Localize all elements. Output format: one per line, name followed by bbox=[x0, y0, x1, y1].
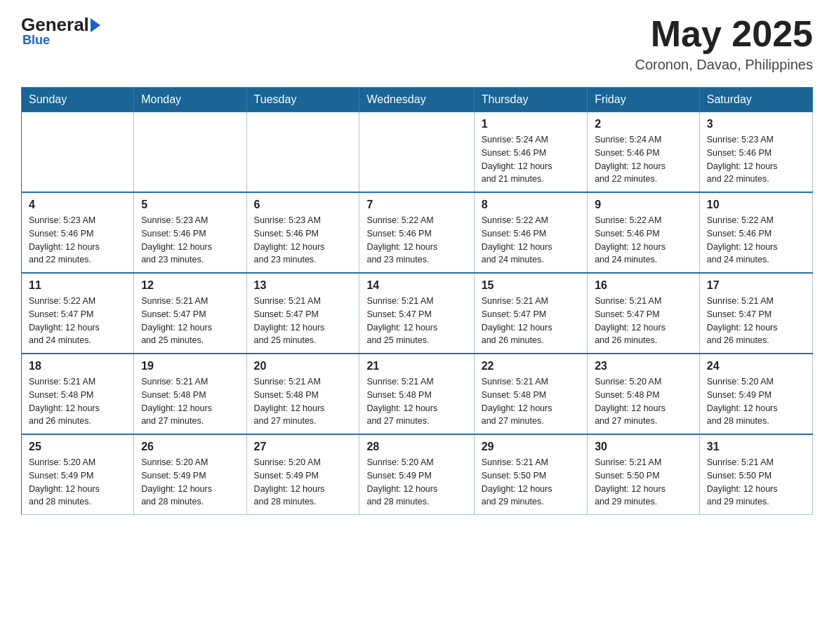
day-number: 1 bbox=[482, 118, 580, 130]
logo: General Blue bbox=[21, 14, 100, 48]
calendar-cell: 9Sunrise: 5:22 AMSunset: 5:46 PMDaylight… bbox=[588, 192, 700, 273]
day-info: Sunrise: 5:21 AMSunset: 5:50 PMDaylight:… bbox=[707, 456, 805, 509]
calendar-week-1: 1Sunrise: 5:24 AMSunset: 5:46 PMDaylight… bbox=[22, 112, 813, 193]
day-number: 24 bbox=[707, 360, 805, 373]
header-tuesday: Tuesday bbox=[246, 88, 359, 112]
day-info: Sunrise: 5:20 AMSunset: 5:49 PMDaylight:… bbox=[707, 375, 805, 428]
calendar-week-5: 25Sunrise: 5:20 AMSunset: 5:49 PMDayligh… bbox=[22, 434, 813, 515]
day-number: 3 bbox=[707, 118, 805, 130]
day-number: 22 bbox=[482, 360, 580, 373]
calendar-cell: 18Sunrise: 5:21 AMSunset: 5:48 PMDayligh… bbox=[22, 354, 134, 434]
day-number: 30 bbox=[595, 441, 692, 453]
logo-arrow-icon bbox=[91, 18, 100, 32]
calendar-cell bbox=[246, 112, 359, 193]
day-info: Sunrise: 5:20 AMSunset: 5:49 PMDaylight:… bbox=[254, 456, 352, 509]
day-info: Sunrise: 5:21 AMSunset: 5:47 PMDaylight:… bbox=[366, 295, 466, 347]
day-number: 10 bbox=[707, 199, 805, 211]
day-number: 13 bbox=[254, 279, 352, 292]
day-info: Sunrise: 5:21 AMSunset: 5:48 PMDaylight:… bbox=[254, 375, 352, 428]
day-number: 4 bbox=[29, 199, 126, 211]
day-number: 28 bbox=[366, 441, 466, 453]
day-info: Sunrise: 5:21 AMSunset: 5:47 PMDaylight:… bbox=[595, 295, 692, 347]
calendar-cell: 20Sunrise: 5:21 AMSunset: 5:48 PMDayligh… bbox=[246, 354, 359, 434]
day-number: 7 bbox=[366, 199, 466, 211]
day-number: 21 bbox=[366, 360, 466, 373]
calendar-cell: 28Sunrise: 5:20 AMSunset: 5:49 PMDayligh… bbox=[359, 434, 474, 515]
calendar-cell: 17Sunrise: 5:21 AMSunset: 5:47 PMDayligh… bbox=[699, 273, 812, 354]
calendar-cell: 2Sunrise: 5:24 AMSunset: 5:46 PMDaylight… bbox=[588, 112, 700, 193]
calendar-cell: 27Sunrise: 5:20 AMSunset: 5:49 PMDayligh… bbox=[246, 434, 359, 515]
calendar-cell: 30Sunrise: 5:21 AMSunset: 5:50 PMDayligh… bbox=[588, 434, 700, 515]
calendar-cell: 5Sunrise: 5:23 AMSunset: 5:46 PMDaylight… bbox=[134, 192, 246, 273]
day-info: Sunrise: 5:20 AMSunset: 5:49 PMDaylight:… bbox=[366, 456, 466, 509]
day-info: Sunrise: 5:22 AMSunset: 5:47 PMDaylight:… bbox=[29, 295, 126, 347]
day-number: 12 bbox=[141, 279, 239, 292]
day-info: Sunrise: 5:22 AMSunset: 5:46 PMDaylight:… bbox=[366, 214, 466, 267]
calendar-cell: 4Sunrise: 5:23 AMSunset: 5:46 PMDaylight… bbox=[22, 192, 134, 273]
day-info: Sunrise: 5:21 AMSunset: 5:47 PMDaylight:… bbox=[707, 295, 805, 347]
day-number: 8 bbox=[482, 199, 580, 211]
calendar-cell: 12Sunrise: 5:21 AMSunset: 5:47 PMDayligh… bbox=[134, 273, 246, 354]
calendar-cell: 29Sunrise: 5:21 AMSunset: 5:50 PMDayligh… bbox=[474, 434, 587, 515]
day-info: Sunrise: 5:21 AMSunset: 5:48 PMDaylight:… bbox=[482, 375, 580, 428]
day-number: 5 bbox=[141, 199, 239, 211]
day-number: 27 bbox=[254, 441, 352, 453]
calendar-week-2: 4Sunrise: 5:23 AMSunset: 5:46 PMDaylight… bbox=[22, 192, 813, 273]
day-info: Sunrise: 5:22 AMSunset: 5:46 PMDaylight:… bbox=[482, 214, 580, 267]
header-wednesday: Wednesday bbox=[359, 88, 474, 112]
calendar-cell: 7Sunrise: 5:22 AMSunset: 5:46 PMDaylight… bbox=[359, 192, 474, 273]
calendar-cell: 14Sunrise: 5:21 AMSunset: 5:47 PMDayligh… bbox=[359, 273, 474, 354]
calendar-week-3: 11Sunrise: 5:22 AMSunset: 5:47 PMDayligh… bbox=[22, 273, 813, 354]
day-number: 19 bbox=[141, 360, 239, 373]
header-sunday: Sunday bbox=[22, 88, 134, 112]
day-info: Sunrise: 5:21 AMSunset: 5:47 PMDaylight:… bbox=[254, 295, 352, 347]
day-number: 6 bbox=[254, 199, 352, 211]
calendar-cell: 11Sunrise: 5:22 AMSunset: 5:47 PMDayligh… bbox=[22, 273, 134, 354]
header-monday: Monday bbox=[134, 88, 246, 112]
day-info: Sunrise: 5:20 AMSunset: 5:49 PMDaylight:… bbox=[141, 456, 239, 509]
day-info: Sunrise: 5:21 AMSunset: 5:48 PMDaylight:… bbox=[366, 375, 466, 428]
calendar-cell: 25Sunrise: 5:20 AMSunset: 5:49 PMDayligh… bbox=[22, 434, 134, 515]
calendar-cell bbox=[22, 112, 134, 193]
day-info: Sunrise: 5:23 AMSunset: 5:46 PMDaylight:… bbox=[707, 133, 805, 186]
day-info: Sunrise: 5:23 AMSunset: 5:46 PMDaylight:… bbox=[254, 214, 352, 267]
day-number: 16 bbox=[595, 279, 692, 292]
calendar-table: Sunday Monday Tuesday Wednesday Thursday… bbox=[21, 87, 813, 515]
day-number: 2 bbox=[595, 118, 692, 130]
day-number: 11 bbox=[29, 279, 126, 292]
day-number: 29 bbox=[482, 441, 580, 453]
day-number: 18 bbox=[29, 360, 126, 373]
day-info: Sunrise: 5:20 AMSunset: 5:49 PMDaylight:… bbox=[29, 456, 126, 509]
calendar-cell bbox=[359, 112, 474, 193]
day-number: 23 bbox=[595, 360, 692, 373]
day-info: Sunrise: 5:21 AMSunset: 5:48 PMDaylight:… bbox=[29, 375, 126, 428]
calendar-cell: 22Sunrise: 5:21 AMSunset: 5:48 PMDayligh… bbox=[474, 354, 587, 434]
calendar-cell: 21Sunrise: 5:21 AMSunset: 5:48 PMDayligh… bbox=[359, 354, 474, 434]
calendar-cell: 3Sunrise: 5:23 AMSunset: 5:46 PMDaylight… bbox=[699, 112, 812, 193]
calendar-title: May 2025 bbox=[635, 14, 814, 54]
day-info: Sunrise: 5:24 AMSunset: 5:46 PMDaylight:… bbox=[482, 133, 580, 186]
calendar-cell: 16Sunrise: 5:21 AMSunset: 5:47 PMDayligh… bbox=[588, 273, 700, 354]
header-friday: Friday bbox=[588, 88, 700, 112]
calendar-header-row: Sunday Monday Tuesday Wednesday Thursday… bbox=[22, 88, 813, 112]
day-info: Sunrise: 5:21 AMSunset: 5:50 PMDaylight:… bbox=[595, 456, 692, 509]
calendar-cell: 26Sunrise: 5:20 AMSunset: 5:49 PMDayligh… bbox=[134, 434, 246, 515]
day-info: Sunrise: 5:21 AMSunset: 5:48 PMDaylight:… bbox=[141, 375, 239, 428]
day-info: Sunrise: 5:23 AMSunset: 5:46 PMDaylight:… bbox=[141, 214, 239, 267]
day-number: 20 bbox=[254, 360, 352, 373]
calendar-cell: 6Sunrise: 5:23 AMSunset: 5:46 PMDaylight… bbox=[246, 192, 359, 273]
calendar-cell: 19Sunrise: 5:21 AMSunset: 5:48 PMDayligh… bbox=[134, 354, 246, 434]
calendar-cell: 31Sunrise: 5:21 AMSunset: 5:50 PMDayligh… bbox=[699, 434, 812, 515]
day-number: 15 bbox=[482, 279, 580, 292]
day-number: 26 bbox=[141, 441, 239, 453]
calendar-cell: 13Sunrise: 5:21 AMSunset: 5:47 PMDayligh… bbox=[246, 273, 359, 354]
calendar-subtitle: Coronon, Davao, Philippines bbox=[635, 57, 814, 73]
day-info: Sunrise: 5:20 AMSunset: 5:48 PMDaylight:… bbox=[595, 375, 692, 428]
day-number: 25 bbox=[29, 441, 126, 453]
page-header: General Blue May 2025 Coronon, Davao, Ph… bbox=[21, 14, 813, 73]
day-info: Sunrise: 5:21 AMSunset: 5:50 PMDaylight:… bbox=[482, 456, 580, 509]
day-number: 14 bbox=[366, 279, 466, 292]
logo-blue-text: Blue bbox=[22, 33, 50, 48]
day-number: 9 bbox=[595, 199, 692, 211]
calendar-cell: 15Sunrise: 5:21 AMSunset: 5:47 PMDayligh… bbox=[474, 273, 587, 354]
